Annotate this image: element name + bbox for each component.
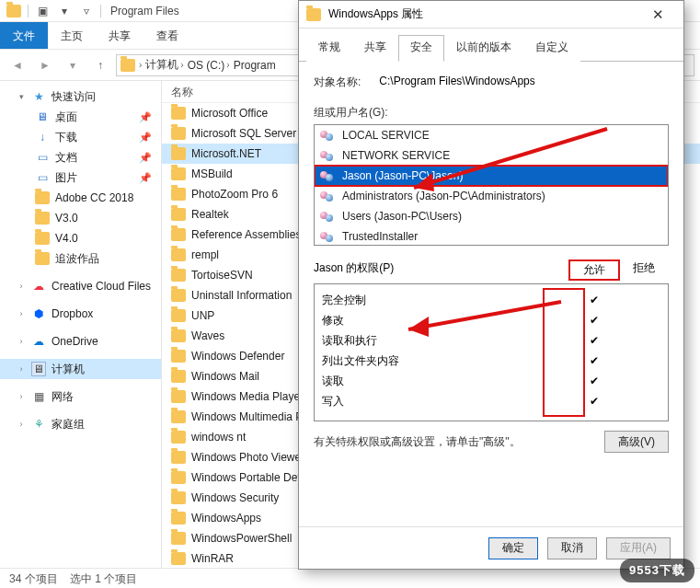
permission-row: 列出文件夹内容✔ [322, 351, 660, 371]
nav-item[interactable]: ›▦网络 [0, 386, 161, 407]
advanced-button[interactable]: 高级(V) [604, 431, 669, 453]
pin-icon: 📌 [139, 152, 157, 164]
folder-icon [171, 188, 186, 201]
properties-icon[interactable]: ▣ [34, 3, 51, 19]
cloud-red-icon: ☁ [31, 279, 46, 294]
column-deny: 拒绝 [619, 260, 669, 280]
dialog-titlebar[interactable]: WindowsApps 属性 ✕ [299, 1, 683, 29]
tab-0[interactable]: 常规 [306, 35, 352, 62]
allow-check: ✔ [572, 334, 616, 347]
folder-icon [120, 59, 135, 72]
user-row[interactable]: Administrators (Jason-PC\Administrators) [315, 186, 668, 206]
separator [100, 5, 101, 17]
permission-row: 完全控制✔ [322, 290, 660, 310]
folder-icon [35, 211, 50, 225]
users-icon [320, 209, 337, 224]
breadcrumb: 计算机› [145, 57, 183, 73]
apply-button[interactable]: 应用(A) [606, 537, 671, 559]
chevron-right-icon[interactable]: › [226, 60, 229, 70]
user-list[interactable]: LOCAL SERVICENETWORK SERVICEJason (Jason… [314, 124, 669, 246]
permissions-list[interactable]: 完全控制✔修改✔读取和执行✔列出文件夹内容✔读取✔写入✔ [314, 283, 669, 421]
folder-icon [171, 289, 186, 302]
folder-icon [306, 8, 321, 21]
dropbox-icon: ⬢ [31, 306, 46, 321]
folder-icon [171, 552, 186, 565]
permission-row: 读取✔ [322, 371, 660, 391]
folder-icon [171, 127, 186, 140]
nav-item[interactable]: ›⚘家庭组 [0, 414, 161, 434]
folder-icon [171, 390, 186, 403]
folder-icon [35, 251, 50, 266]
nav-recent-button[interactable]: ▾ [61, 53, 85, 77]
permission-row: 读取和执行✔ [322, 330, 660, 351]
nav-forward-button: ► [33, 53, 57, 77]
tab-4[interactable]: 自定义 [523, 35, 580, 62]
watermark: 9553下载 [620, 559, 694, 582]
folder-icon [171, 167, 186, 180]
folder-icon [171, 309, 186, 322]
user-row[interactable]: NETWORK SERVICE [315, 145, 668, 166]
folder-icon [171, 147, 186, 160]
checkmark-icon[interactable]: ▾ [56, 3, 73, 19]
nav-item[interactable]: 🖥桌面📌 [0, 107, 161, 127]
folder-icon [171, 350, 186, 363]
permission-row: 修改✔ [322, 310, 660, 330]
user-row[interactable]: LOCAL SERVICE [315, 125, 668, 145]
nav-item[interactable]: 追波作品 [0, 248, 161, 269]
close-button[interactable]: ✕ [639, 6, 676, 23]
nav-item[interactable]: V4.0 [0, 228, 161, 248]
folder-icon [171, 107, 186, 120]
separator [28, 5, 29, 17]
nav-item[interactable]: ▭文档📌 [0, 147, 161, 167]
onedrive-icon: ☁ [31, 334, 46, 349]
nav-up-button[interactable]: ↑ [88, 53, 112, 77]
ribbon-tab-share[interactable]: 共享 [96, 22, 143, 49]
tab-2[interactable]: 安全 [398, 35, 444, 62]
nav-item[interactable]: V3.0 [0, 208, 161, 228]
nav-item[interactable]: ↓下载📌 [0, 127, 161, 147]
cancel-button[interactable]: 取消 [547, 537, 597, 559]
users-icon [320, 148, 337, 163]
ribbon-tab-view[interactable]: 查看 [143, 22, 191, 49]
monitor-icon: 🖥 [35, 110, 50, 124]
group-users-label: 组或用户名(G): [314, 105, 669, 121]
folder-icon [171, 370, 186, 383]
users-icon [320, 229, 337, 244]
user-row[interactable]: Users (Jason-PC\Users) [315, 206, 668, 226]
chevron-right-icon[interactable]: › [139, 60, 142, 70]
ribbon-tab-home[interactable]: 主页 [48, 22, 96, 49]
nav-item[interactable]: ▭图片📌 [0, 167, 161, 188]
ribbon-tab-file[interactable]: 文件 [0, 22, 48, 49]
folder-icon [171, 228, 186, 241]
tab-1[interactable]: 共享 [352, 35, 398, 62]
permissions-for-label: Jason 的权限(P) [314, 260, 569, 280]
nav-quick-access[interactable]: ▾★快速访问 [0, 86, 161, 107]
nav-item[interactable]: ›☁OneDrive [0, 331, 161, 352]
chevron-right-icon[interactable]: › [180, 60, 183, 70]
dialog-tabs: 常规共享安全以前的版本自定义 [299, 29, 683, 62]
nav-item[interactable]: ›☁Creative Cloud Files [0, 276, 161, 296]
window-title: Program Files [110, 5, 179, 17]
user-row[interactable]: Jason (Jason-PC\Jason) [315, 166, 668, 186]
ok-button[interactable]: 确定 [488, 537, 538, 559]
pic-icon: ▭ [35, 170, 50, 185]
folder-icon [171, 410, 186, 423]
allow-check: ✔ [572, 395, 616, 408]
breadcrumb: OS (C:)› [188, 59, 230, 72]
allow-check: ✔ [572, 354, 616, 367]
nav-back-button[interactable]: ◄ [6, 53, 29, 77]
folder-icon [171, 532, 186, 545]
nav-item[interactable]: Adobe CC 2018 [0, 188, 161, 208]
nav-item[interactable]: ›⬢Dropbox [0, 304, 161, 324]
doc-icon: ▭ [35, 150, 50, 165]
users-icon [320, 128, 337, 143]
folder-icon [171, 451, 186, 464]
folder-icon [171, 471, 186, 484]
user-row[interactable]: TrustedInstaller [315, 226, 668, 246]
tab-3[interactable]: 以前的版本 [444, 35, 523, 62]
navigation-pane[interactable]: ▾★快速访问 🖥桌面📌↓下载📌▭文档📌▭图片📌Adobe CC 2018V3.0… [0, 81, 162, 568]
overflow-icon[interactable]: ▿ [78, 3, 95, 19]
nav-item[interactable]: ›🖥计算机 [0, 359, 161, 379]
folder-icon [171, 491, 186, 504]
pin-icon: 📌 [139, 172, 157, 184]
